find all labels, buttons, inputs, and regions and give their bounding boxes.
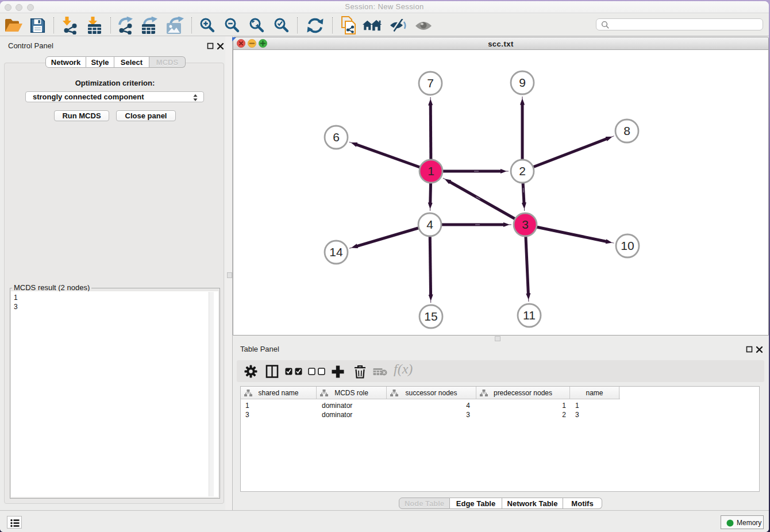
svg-text:6: 6 bbox=[333, 130, 340, 144]
svg-text:11: 11 bbox=[523, 309, 536, 322]
svg-text:2: 2 bbox=[519, 164, 526, 178]
svg-text:15: 15 bbox=[424, 310, 437, 323]
svg-text:14: 14 bbox=[329, 245, 343, 259]
svg-text:1: 1 bbox=[428, 164, 434, 178]
svg-text:7: 7 bbox=[427, 76, 434, 90]
svg-text:10: 10 bbox=[621, 239, 634, 252]
svg-text:8: 8 bbox=[623, 124, 630, 137]
svg-text:4: 4 bbox=[426, 218, 433, 231]
svg-text:3: 3 bbox=[522, 218, 529, 231]
svg-text:9: 9 bbox=[519, 76, 526, 89]
